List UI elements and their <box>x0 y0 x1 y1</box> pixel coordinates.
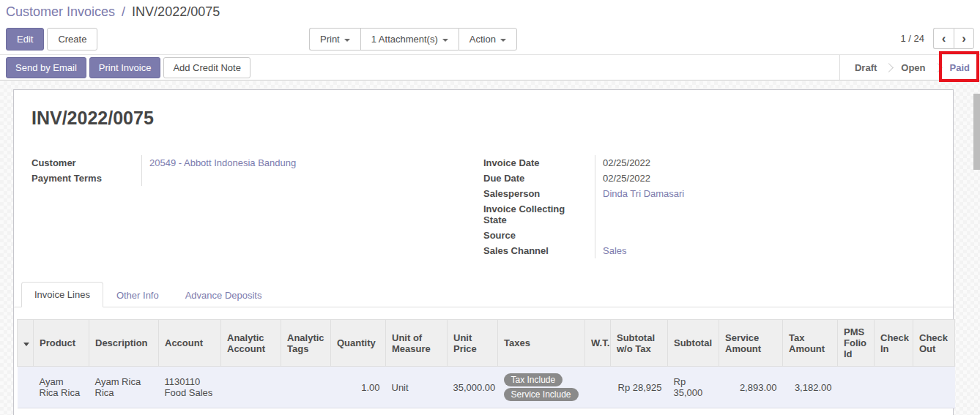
column-header-product[interactable]: Product <box>34 320 89 367</box>
cell-check-out <box>913 367 955 408</box>
caret-down-icon <box>344 39 350 42</box>
salesperson-link[interactable]: Dinda Tri Damasari <box>595 186 756 201</box>
vertical-scrollbar[interactable] <box>973 94 980 170</box>
field-label: Invoice Collecting State <box>483 201 595 228</box>
column-header-description[interactable]: Description <box>89 320 159 367</box>
attachments-dropdown[interactable]: 1 Attachment(s) <box>360 28 459 51</box>
field-payment-terms: Payment Terms <box>31 171 302 186</box>
cell-taxes: Tax Include Service Include <box>498 367 585 408</box>
column-header-service-amount[interactable]: Service Amount <box>719 320 783 367</box>
invoice-date-value: 02/25/2022 <box>595 155 756 171</box>
notebook-tabs: Invoice Lines Other Info Advance Deposit… <box>14 282 953 307</box>
dropdown-button-group: Print 1 Attachment(s) Action <box>309 28 517 51</box>
due-date-value: 02/25/2022 <box>595 171 756 186</box>
field-sales-channel: Sales Channel Sales <box>483 243 756 258</box>
account-code: 1130110 <box>165 376 215 387</box>
cell-product: Ayam Rica Rica <box>34 367 89 408</box>
status-step-paid[interactable]: Paid <box>940 62 980 73</box>
add-credit-note-button[interactable]: Add Credit Note <box>163 57 250 78</box>
field-label: Payment Terms <box>31 171 141 186</box>
column-header-tax-amount[interactable]: Tax Amount <box>783 320 838 367</box>
field-label: Due Date <box>483 171 595 186</box>
account-name: Food Sales <box>165 387 215 398</box>
cell-unit-of-measure: Unit <box>386 367 448 408</box>
status-step-open[interactable]: Open <box>891 62 935 73</box>
cell-description: Ayam Rica Rica <box>89 367 159 408</box>
tax-badge: Tax Include <box>504 373 563 386</box>
column-header-taxes[interactable]: Taxes <box>498 320 585 367</box>
field-label: Invoice Date <box>483 155 595 171</box>
pager-counter: 1 / 24 <box>900 33 924 44</box>
breadcrumb-separator: / <box>122 4 125 19</box>
cell-service-amount: 2,893.00 <box>719 367 783 408</box>
invoice-collecting-state-value <box>595 201 756 228</box>
cell-account: 1130110 Food Sales <box>159 367 221 408</box>
caret-down-icon <box>23 343 29 346</box>
field-source: Source <box>483 228 756 243</box>
field-customer: Customer 20549 - Abbott Indonesia Bandun… <box>31 155 302 171</box>
column-header-wt[interactable]: W.T. <box>585 320 611 367</box>
create-button[interactable]: Create <box>47 28 97 51</box>
column-header-analytic-tags[interactable]: Analytic Tags <box>281 320 331 367</box>
invoice-title: INV/2022/0075 <box>14 90 953 129</box>
column-header-pms-folio-id[interactable]: PMS Folio Id <box>838 320 875 367</box>
pager: 1 / 24 ‹ › <box>900 28 974 49</box>
tab-advance-deposits[interactable]: Advance Deposits <box>172 283 275 307</box>
sales-channel-link[interactable]: Sales <box>595 243 756 258</box>
cell-quantity: 1.00 <box>331 367 386 408</box>
status-step-draft[interactable]: Draft <box>844 62 887 73</box>
cell-pms-folio-id <box>838 367 875 408</box>
invoice-lines-table: Product Description Account Analytic Acc… <box>17 319 955 408</box>
column-header-account[interactable]: Account <box>159 320 221 367</box>
customer-link[interactable]: 20549 - Abbott Indonesia Bandung <box>141 155 302 171</box>
invoice-sheet: INV/2022/0075 Customer 20549 - Abbott In… <box>13 89 954 415</box>
column-header-subtotal-wo-tax[interactable]: Subtotal w/o Tax <box>611 320 668 367</box>
column-header-quantity[interactable]: Quantity <box>331 320 386 367</box>
payment-terms-value <box>141 171 302 186</box>
toolbar: Send by Email Print Invoice Add Credit N… <box>0 55 980 81</box>
invoice-line-row[interactable]: Ayam Rica Rica Ayam Rica Rica 1130110 Fo… <box>18 367 955 408</box>
field-label: Salesperson <box>483 186 595 201</box>
edit-button[interactable]: Edit <box>6 28 44 51</box>
field-due-date: Due Date 02/25/2022 <box>483 171 756 186</box>
action-dropdown[interactable]: Action <box>459 28 517 51</box>
cell-subtotal-wo-tax: Rp 28,925 <box>611 367 668 408</box>
caret-down-icon <box>500 39 506 42</box>
field-invoice-date: Invoice Date 02/25/2022 <box>483 155 756 171</box>
print-dropdown[interactable]: Print <box>309 28 360 51</box>
breadcrumb-current-invoice: INV/2022/0075 <box>132 4 220 19</box>
tab-other-info[interactable]: Other Info <box>103 283 172 307</box>
row-toggle-cell <box>18 367 34 408</box>
tab-invoice-lines[interactable]: Invoice Lines <box>21 282 103 307</box>
cell-analytic-tags <box>281 367 331 408</box>
cell-unit-price: 35,000.00 <box>448 367 498 408</box>
column-toggle-header[interactable] <box>18 320 34 367</box>
pager-next-button[interactable]: › <box>954 28 974 49</box>
invoice-form-page: Customer Invoices / INV/2022/0075 Edit C… <box>0 0 980 415</box>
breadcrumb-customer-invoices[interactable]: Customer Invoices <box>6 4 115 19</box>
field-label: Customer <box>31 155 141 171</box>
column-header-analytic-account[interactable]: Analytic Account <box>221 320 281 367</box>
field-label: Source <box>483 228 595 243</box>
field-salesperson: Salesperson Dinda Tri Damasari <box>483 186 756 201</box>
pager-previous-button[interactable]: ‹ <box>933 28 954 49</box>
caret-down-icon <box>442 39 448 42</box>
cell-analytic-account <box>221 367 281 408</box>
column-header-subtotal[interactable]: Subtotal <box>668 320 719 367</box>
cell-check-in <box>875 367 913 408</box>
print-invoice-button[interactable]: Print Invoice <box>89 57 161 78</box>
statusbar: Draft Open Paid <box>839 55 980 80</box>
column-header-check-out[interactable]: Check Out <box>913 320 955 367</box>
cell-subtotal: Rp 35,000 <box>668 367 719 408</box>
breadcrumb: Customer Invoices / INV/2022/0075 <box>0 0 980 23</box>
column-header-unit-of-measure[interactable]: Unit of Measure <box>386 320 448 367</box>
control-row: Edit Create Print 1 Attachment(s) Action… <box>0 23 980 55</box>
source-value <box>595 228 756 243</box>
invoice-lines-table-wrap: Product Description Account Analytic Acc… <box>14 307 953 408</box>
field-label: Sales Channel <box>483 243 595 258</box>
column-header-unit-price[interactable]: Unit Price <box>448 320 498 367</box>
send-by-email-button[interactable]: Send by Email <box>6 57 86 78</box>
table-header-row: Product Description Account Analytic Acc… <box>18 320 955 367</box>
column-header-check-in[interactable]: Check In <box>875 320 913 367</box>
field-invoice-collecting-state: Invoice Collecting State <box>483 201 756 228</box>
